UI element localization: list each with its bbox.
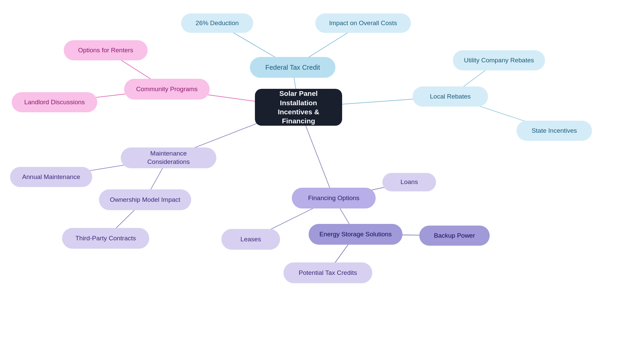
backup-power-node: Backup Power [419,226,490,246]
deduction-label: 26% Deduction [196,19,239,27]
ownership-model-label: Ownership Model Impact [110,196,180,204]
federal-tax-label: Federal Tax Credit [265,63,320,72]
utility-rebates-label: Utility Company Rebates [464,56,534,65]
overall-costs-node: Impact on Overall Costs [315,13,411,33]
annual-maintenance-node: Annual Maintenance [10,167,92,187]
energy-storage-node: Energy Storage Solutions [309,224,402,245]
ownership-model-node: Ownership Model Impact [99,189,191,210]
federal-tax-node: Federal Tax Credit [250,57,335,78]
landlord-discussions-label: Landlord Discussions [24,98,85,107]
community-programs-label: Community Programs [136,85,198,94]
annual-maintenance-label: Annual Maintenance [22,173,80,181]
loans-label: Loans [400,178,418,186]
third-party-node: Third-Party Contracts [62,228,149,249]
local-rebates-node: Local Rebates [413,86,488,107]
overall-costs-label: Impact on Overall Costs [329,19,397,27]
leases-label: Leases [240,235,261,244]
center-node: Solar Panel Installation Incentives & Fi… [255,89,342,126]
third-party-label: Third-Party Contracts [75,234,136,243]
financing-options-label: Financing Options [308,194,359,202]
potential-tax-node: Potential Tax Credits [283,262,372,283]
center-label: Solar Panel Installation Incentives & Fi… [263,89,334,125]
backup-power-label: Backup Power [434,232,475,240]
potential-tax-label: Potential Tax Credits [299,269,357,277]
state-incentives-node: State Incentives [517,121,592,141]
deduction-node: 26% Deduction [181,13,253,33]
utility-rebates-node: Utility Company Rebates [453,50,545,70]
options-renters-label: Options for Renters [78,46,133,55]
options-renters-node: Options for Renters [64,40,148,60]
leases-node: Leases [221,229,280,250]
community-programs-node: Community Programs [124,79,210,100]
landlord-discussions-node: Landlord Discussions [12,92,97,112]
maintenance-node: Maintenance Considerations [121,147,216,168]
state-incentives-label: State Incentives [532,127,577,135]
energy-storage-label: Energy Storage Solutions [319,230,391,239]
local-rebates-label: Local Rebates [430,93,471,101]
loans-node: Loans [382,173,436,191]
maintenance-label: Maintenance Considerations [129,149,208,166]
financing-options-node: Financing Options [292,188,376,208]
